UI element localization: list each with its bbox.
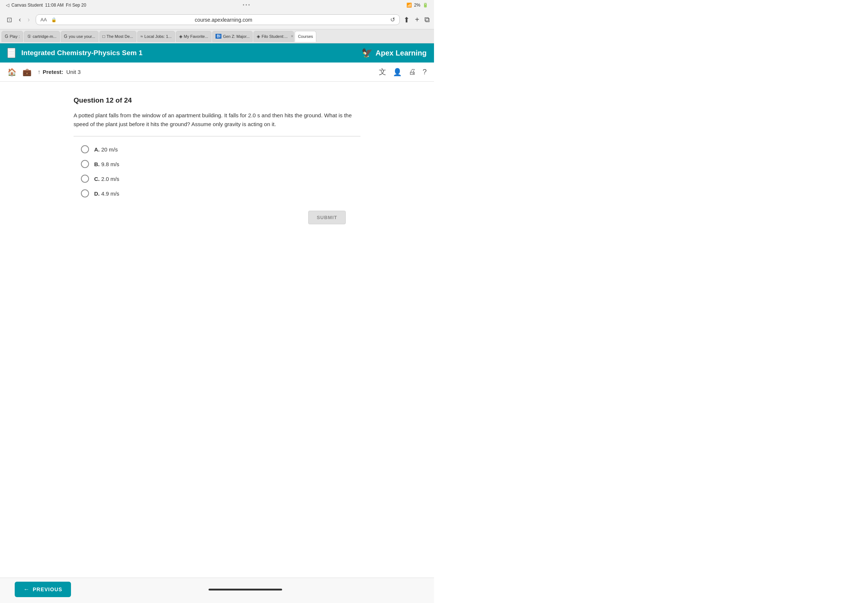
tab-favicon-g: G bbox=[5, 34, 8, 39]
option-label-d: D. 4.9 m/s bbox=[94, 190, 119, 197]
translate-btn[interactable]: 文 bbox=[379, 67, 386, 77]
radio-c[interactable] bbox=[81, 175, 89, 183]
breadcrumb-up-icon: ↑ bbox=[37, 69, 40, 76]
breadcrumb-suffix: Unit 3 bbox=[66, 69, 80, 75]
tabs-overview-btn[interactable]: ⧉ bbox=[424, 15, 430, 24]
radio-d[interactable] bbox=[81, 189, 89, 198]
app-name: Canvas Student bbox=[11, 3, 43, 8]
sidebar-toggle-btn[interactable]: ⊡ bbox=[5, 15, 14, 25]
submit-button[interactable]: SUBMIT bbox=[308, 211, 346, 224]
text-size-indicator: AA bbox=[40, 17, 47, 22]
question-header: Question 12 of 24 bbox=[74, 96, 361, 104]
status-bar-left: ◁ Canvas Student 11:08 AM Fri Sep 20 bbox=[6, 3, 86, 8]
divider bbox=[74, 136, 361, 136]
lock-icon: 🔒 bbox=[51, 17, 57, 22]
status-date: Fri Sep 20 bbox=[66, 3, 86, 8]
secondary-left: 🏠 💼 ↑ Pretest: Unit 3 bbox=[7, 68, 80, 76]
dots-indicator: • • • bbox=[243, 3, 250, 8]
tab-label-6: Gen Z: Major... bbox=[223, 34, 250, 39]
breadcrumb: ↑ Pretest: Unit 3 bbox=[37, 69, 80, 76]
tab-label-2: you use your... bbox=[69, 34, 95, 39]
apex-logo-icon: 🦅 bbox=[362, 48, 373, 58]
tab-most[interactable]: □ The Most De... bbox=[99, 31, 136, 42]
tab-favicon-filo: ◈ bbox=[257, 34, 260, 39]
question-text: A potted plant falls from the window of … bbox=[74, 111, 361, 129]
tab-genz[interactable]: BI Gen Z: Major... bbox=[212, 31, 253, 42]
tab-g[interactable]: G Play : bbox=[2, 31, 23, 42]
nav-buttons: ⊡ ‹ › bbox=[5, 15, 32, 25]
tab-favicon-most: □ bbox=[103, 34, 105, 39]
back-btn[interactable]: ‹ bbox=[17, 15, 23, 24]
tab-label-0: Play : bbox=[9, 34, 20, 39]
option-label-a: A. 20 m/s bbox=[94, 146, 118, 153]
apex-logo: 🦅 Apex Learning bbox=[362, 48, 427, 58]
tab-label-4: Local Jobs: 1... bbox=[145, 34, 172, 39]
secondary-toolbar: 🏠 💼 ↑ Pretest: Unit 3 文 👤 🖨 ? bbox=[0, 62, 434, 82]
browser-toolbar: ⊡ ‹ › AA 🔒 course.apexlearning.com ↺ ⬆ +… bbox=[0, 10, 434, 29]
tab-localjobs[interactable]: ≈ Local Jobs: 1... bbox=[137, 31, 175, 42]
app-header-left: ☰ Integrated Chemistry-Physics Sem 1 bbox=[7, 48, 142, 58]
back-arrow-icon: ◁ bbox=[6, 3, 9, 8]
tab-favorites[interactable]: ◈ My Favorite... bbox=[176, 31, 212, 42]
home-btn[interactable]: 🏠 bbox=[7, 68, 17, 76]
wifi-icon: 📶 bbox=[407, 3, 412, 8]
reload-btn[interactable]: ↺ bbox=[390, 16, 395, 23]
address-bar[interactable]: AA 🔒 course.apexlearning.com ↺ bbox=[36, 14, 400, 25]
breadcrumb-prefix: Pretest: bbox=[43, 69, 63, 75]
forward-btn[interactable]: › bbox=[25, 15, 32, 24]
answer-option-c[interactable]: C. 2.0 m/s bbox=[81, 175, 361, 183]
tab-label-3: The Most De... bbox=[107, 34, 133, 39]
secondary-right: 文 👤 🖨 ? bbox=[379, 67, 427, 77]
option-label-b: B. 9.8 m/s bbox=[94, 161, 119, 167]
briefcase-btn[interactable]: 💼 bbox=[22, 68, 32, 76]
app-header: ☰ Integrated Chemistry-Physics Sem 1 🦅 A… bbox=[0, 43, 434, 62]
radio-a[interactable] bbox=[81, 145, 89, 153]
tab-label-5: My Favorite... bbox=[184, 34, 209, 39]
tab-close-filo[interactable]: ✕ bbox=[291, 34, 294, 38]
course-title: Integrated Chemistry-Physics Sem 1 bbox=[21, 49, 142, 57]
answer-option-a[interactable]: A. 20 m/s bbox=[81, 145, 361, 153]
breadcrumb-label: Pretest: Unit 3 bbox=[43, 69, 80, 75]
status-bar-center: • • • bbox=[243, 3, 250, 8]
tab-google[interactable]: G you use your... bbox=[61, 31, 99, 42]
answer-option-b[interactable]: B. 9.8 m/s bbox=[81, 160, 361, 168]
option-label-c: C. 2.0 m/s bbox=[94, 176, 119, 182]
tab-label-8: Courses bbox=[298, 34, 313, 39]
apex-logo-text: Apex Learning bbox=[376, 49, 427, 57]
status-bar-right: 📶 2% 🔋 bbox=[407, 3, 428, 8]
tab-favicon-favorites: ◈ bbox=[179, 34, 183, 39]
answer-options: A. 20 m/s B. 9.8 m/s C. 2.0 m/s D. 4.9 m… bbox=[74, 145, 361, 198]
status-bar: ◁ Canvas Student 11:08 AM Fri Sep 20 • •… bbox=[0, 0, 434, 10]
new-tab-btn[interactable]: + bbox=[415, 15, 419, 24]
share-btn[interactable]: ⬆ bbox=[404, 15, 410, 24]
battery-level: 2% bbox=[414, 3, 420, 8]
submit-row: SUBMIT bbox=[74, 211, 361, 224]
radio-b[interactable] bbox=[81, 160, 89, 168]
url-text: course.apexlearning.com bbox=[60, 17, 387, 23]
help-btn[interactable]: ? bbox=[422, 68, 427, 76]
tabs-bar: G Play : ① cartridge-m... G you use your… bbox=[0, 29, 434, 43]
tab-label-1: cartridge-m... bbox=[33, 34, 57, 39]
answer-option-d[interactable]: D. 4.9 m/s bbox=[81, 189, 361, 198]
tab-favicon-cartridge: ① bbox=[27, 34, 31, 39]
print-btn[interactable]: 🖨 bbox=[408, 68, 416, 76]
tab-filo[interactable]: ◈ Filo Student:... ✕ bbox=[254, 31, 294, 42]
accessibility-btn[interactable]: 👤 bbox=[393, 68, 402, 76]
status-time: 11:08 AM bbox=[45, 3, 63, 8]
tab-label-7: Filo Student:... bbox=[261, 34, 288, 39]
tab-courses[interactable]: Courses bbox=[295, 31, 316, 42]
tab-favicon-genz: BI bbox=[215, 34, 221, 39]
hamburger-menu-btn[interactable]: ☰ bbox=[7, 48, 15, 58]
content-area: Question 12 of 24 A potted plant falls f… bbox=[51, 82, 382, 235]
battery-icon: 🔋 bbox=[422, 3, 428, 8]
tab-favicon-google: G bbox=[64, 34, 67, 39]
tab-favicon-localjobs: ≈ bbox=[141, 34, 143, 39]
tab-cartridge[interactable]: ① cartridge-m... bbox=[24, 31, 60, 42]
toolbar-actions: ⬆ + ⧉ bbox=[404, 15, 430, 24]
